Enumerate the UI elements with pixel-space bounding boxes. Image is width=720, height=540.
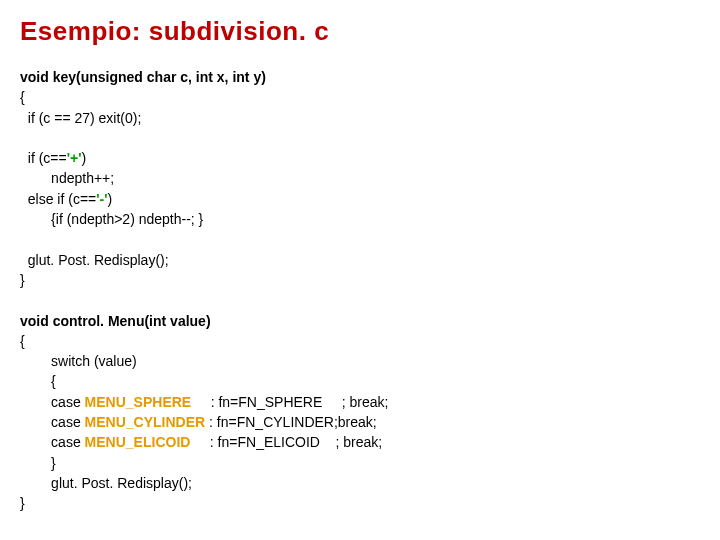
code-line-18c: : fn=FN_CYLINDER;break; — [209, 414, 377, 430]
code-line-18a: case — [20, 414, 85, 430]
code-line-11: } — [20, 272, 25, 288]
code-block: void key(unsigned char c, int x, int y) … — [20, 67, 700, 514]
code-line-3: if (c == 27) exit(0); — [20, 110, 141, 126]
code-line-15: switch (value) — [20, 353, 137, 369]
code-line-2: { — [20, 89, 25, 105]
code-line-7c: ) — [108, 191, 113, 207]
code-line-19a: case — [20, 434, 85, 450]
code-line-17a: case — [20, 394, 85, 410]
const-menu-elicoid: MENU_ELICOID — [85, 434, 191, 450]
literal-plus: '+' — [67, 150, 82, 166]
code-line-7a: else if (c== — [20, 191, 96, 207]
slide-title: Esempio: subdivision. c — [20, 16, 700, 47]
code-line-14: { — [20, 333, 25, 349]
code-line-17c: : fn=FN_SPHERE ; break; — [191, 394, 388, 410]
code-line-10: glut. Post. Redisplay(); — [20, 252, 169, 268]
code-line-8: {if (ndepth>2) ndepth--; } — [20, 211, 203, 227]
code-line-16: { — [20, 373, 56, 389]
code-line-5c: ) — [82, 150, 87, 166]
literal-minus: '-' — [96, 191, 107, 207]
code-line-6: ndepth++; — [20, 170, 114, 186]
const-menu-cylinder: MENU_CYLINDER — [85, 414, 209, 430]
code-line-21: glut. Post. Redisplay(); — [20, 475, 192, 491]
code-line-13: void control. Menu(int value) — [20, 313, 211, 329]
code-line-1: void key(unsigned char c, int x, int y) — [20, 69, 266, 85]
code-line-19c: : fn=FN_ELICOID ; break; — [190, 434, 382, 450]
code-line-20: } — [20, 455, 56, 471]
slide: Esempio: subdivision. c void key(unsigne… — [0, 0, 720, 534]
const-menu-sphere: MENU_SPHERE — [85, 394, 192, 410]
code-line-5a: if (c== — [20, 150, 67, 166]
code-line-22: } — [20, 495, 25, 511]
